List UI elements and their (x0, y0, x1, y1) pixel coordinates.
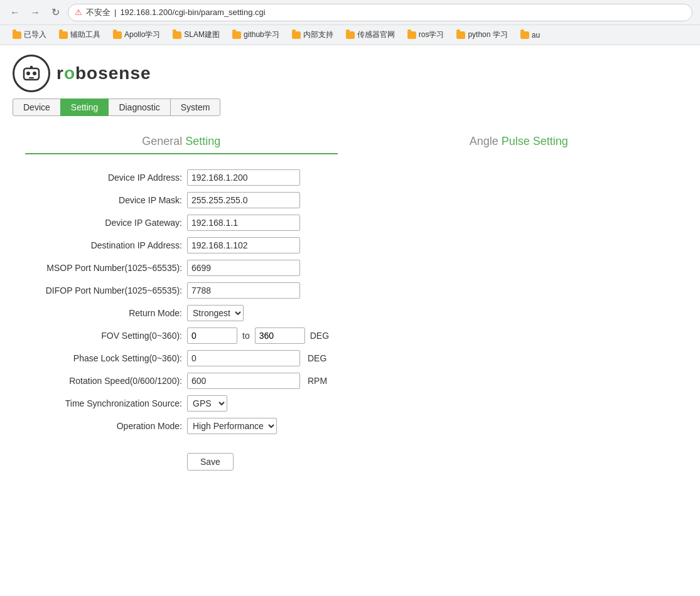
robot-icon (20, 62, 43, 85)
device-ip-address-label: Device IP Address: (25, 173, 182, 183)
sections-row: General Setting Device IP Address: Devic… (25, 135, 675, 471)
return-mode-select[interactable]: Strongest Last Dual (187, 305, 244, 321)
svg-rect-3 (29, 77, 34, 78)
browser-bar: ← → ↻ ⚠ 不安全 | 192.168.1.200/cgi-bin/para… (0, 0, 700, 25)
save-button[interactable]: Save (187, 453, 234, 471)
operation-mode-label: Operation Mode: (25, 421, 182, 431)
bookmark-label: SLAM建图 (184, 29, 220, 40)
rotation-speed-input[interactable] (187, 373, 300, 389)
device-ip-address-input[interactable] (187, 169, 300, 186)
destination-ip-row: Destination IP Address: (25, 237, 338, 253)
tab-system[interactable]: System (170, 98, 221, 116)
operation-mode-select[interactable]: High Performance Whisper (187, 418, 277, 434)
general-setting-title: General Setting (25, 135, 338, 148)
folder-icon (13, 31, 21, 39)
msop-port-row: MSOP Port Number(1025~65535): (25, 260, 338, 276)
rotation-speed-label: Rotation Speed(0/600/1200): (25, 376, 182, 386)
security-icon: ⚠ (75, 8, 82, 17)
bookmark-label: Apollo学习 (124, 29, 160, 40)
bookmark-ros[interactable]: ros学习 (402, 28, 450, 42)
device-ip-mask-row: Device IP Mask: (25, 192, 338, 208)
time-sync-select[interactable]: GPS PTP None (187, 395, 227, 412)
bookmark-label: 辅助工具 (70, 29, 100, 40)
angle-pulse-section: Angle Pulse Setting (363, 135, 676, 471)
save-section: Save (25, 453, 338, 471)
device-ip-gateway-label: Device IP Gateway: (25, 218, 182, 228)
phase-lock-input[interactable] (187, 350, 300, 366)
bookmark-github[interactable]: github学习 (227, 28, 284, 42)
address-separator: | (114, 8, 116, 17)
bookmarks-bar: 已导入 辅助工具 Apollo学习 SLAM建图 github学习 内部支持 传… (0, 25, 700, 45)
fov-from-input[interactable] (187, 327, 237, 344)
logo-highlight: o (64, 63, 75, 83)
fov-to-input[interactable] (255, 327, 305, 344)
bookmark-python[interactable]: python 学习 (451, 28, 512, 42)
bookmark-label: github学习 (244, 29, 279, 40)
bookmark-yidaoru[interactable]: 已导入 (8, 28, 51, 42)
bookmark-label: python 学习 (468, 29, 507, 40)
tab-diagnostic[interactable]: Diagnostic (108, 98, 170, 116)
address-bar[interactable]: ⚠ 不安全 | 192.168.1.200/cgi-bin/param_sett… (68, 4, 692, 21)
angle-pulse-title: Angle Pulse Setting (363, 135, 676, 148)
bookmark-fuzhugongju[interactable]: 辅助工具 (54, 28, 105, 42)
bookmark-label: au (532, 31, 540, 40)
general-divider (25, 153, 338, 154)
device-ip-mask-input[interactable] (187, 192, 300, 208)
time-sync-row: Time Synchronization Source: GPS PTP Non… (25, 395, 338, 412)
folder-icon (59, 31, 68, 39)
bookmark-sensor[interactable]: 传感器官网 (341, 28, 400, 42)
bookmark-au[interactable]: au (515, 29, 545, 41)
reload-button[interactable]: ↻ (48, 5, 63, 20)
fov-setting-row: FOV Setting(0~360): to DEG (25, 327, 338, 344)
difop-port-row: DIFOP Port Number(1025~65535): (25, 282, 338, 299)
destination-ip-input[interactable] (187, 237, 300, 253)
phase-lock-row: Phase Lock Setting(0~360): DEG (25, 350, 338, 366)
fov-unit: DEG (310, 331, 329, 341)
device-ip-gateway-input[interactable] (187, 215, 300, 231)
fov-inputs: to DEG (187, 327, 329, 344)
destination-ip-label: Destination IP Address: (25, 240, 182, 250)
folder-icon (292, 31, 301, 39)
return-mode-row: Return Mode: Strongest Last Dual (25, 305, 338, 321)
folder-icon (113, 31, 122, 39)
difop-port-label: DIFOP Port Number(1025~65535): (25, 285, 182, 295)
forward-button[interactable]: → (28, 5, 43, 20)
return-mode-label: Return Mode: (25, 308, 182, 318)
msop-port-label: MSOP Port Number(1025~65535): (25, 263, 182, 273)
general-setting-section: General Setting Device IP Address: Devic… (25, 135, 338, 471)
folder-icon (232, 31, 241, 39)
phase-lock-label: Phase Lock Setting(0~360): (25, 353, 182, 363)
address-text: 192.168.1.200/cgi-bin/param_setting.cgi (120, 8, 265, 17)
bookmark-label: 已导入 (24, 29, 46, 40)
device-ip-mask-label: Device IP Mask: (25, 195, 182, 205)
bookmark-label: 传感器官网 (357, 29, 395, 40)
difop-port-input[interactable] (187, 282, 300, 299)
device-ip-gateway-row: Device IP Gateway: (25, 215, 338, 231)
folder-icon (346, 31, 355, 39)
bookmark-label: ros学习 (419, 29, 444, 40)
svg-point-2 (33, 72, 36, 75)
rotation-speed-unit: RPM (308, 376, 327, 386)
bookmark-label: 内部支持 (303, 29, 333, 40)
nav-tabs: Device Setting Diagnostic System (0, 98, 700, 122)
msop-port-input[interactable] (187, 260, 300, 276)
bookmark-apollo[interactable]: Apollo学习 (108, 28, 165, 42)
header: robosense (0, 45, 700, 98)
back-button[interactable]: ← (8, 5, 23, 20)
svg-point-1 (26, 72, 30, 75)
page-content: robosense Device Setting Diagnostic Syst… (0, 45, 700, 483)
rotation-speed-row: Rotation Speed(0/600/1200): RPM (25, 373, 338, 389)
fov-to-separator: to (240, 331, 252, 341)
bookmark-slam[interactable]: SLAM建图 (168, 28, 225, 42)
folder-icon (407, 31, 416, 39)
operation-mode-row: Operation Mode: High Performance Whisper (25, 418, 338, 434)
phase-lock-unit: DEG (308, 353, 326, 363)
angle-pulse-divider (363, 153, 676, 154)
bookmark-neibuzhi[interactable]: 内部支持 (287, 28, 338, 42)
device-ip-address-row: Device IP Address: (25, 169, 338, 186)
folder-icon (173, 31, 181, 39)
tab-setting[interactable]: Setting (60, 98, 109, 116)
security-label: 不安全 (86, 7, 110, 18)
tab-device[interactable]: Device (13, 98, 61, 116)
fov-label: FOV Setting(0~360): (25, 331, 182, 341)
